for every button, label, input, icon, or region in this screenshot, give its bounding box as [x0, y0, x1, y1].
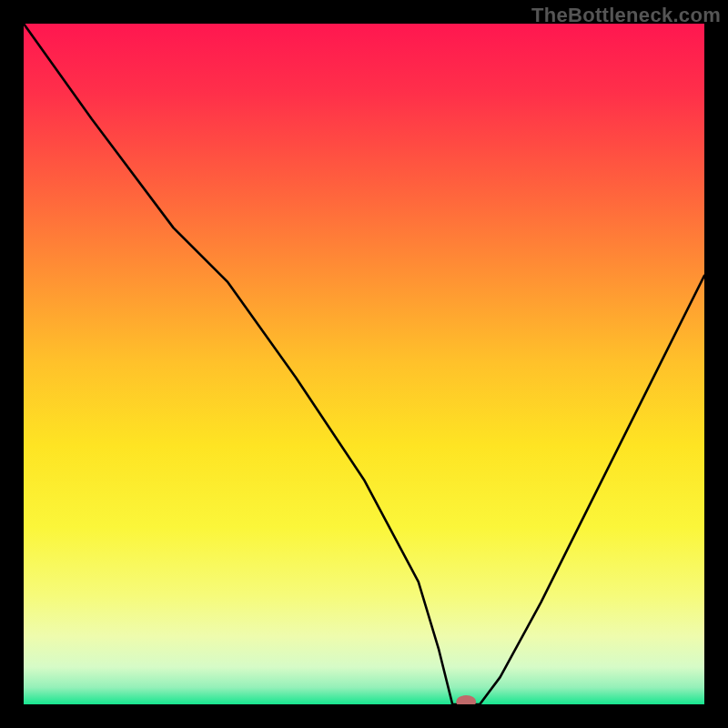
plot-area — [24, 24, 704, 704]
watermark-text: TheBottleneck.com — [531, 4, 721, 27]
chart-frame: TheBottleneck.com — [0, 0, 728, 728]
chart-svg — [24, 24, 704, 704]
gradient-background — [24, 24, 704, 704]
